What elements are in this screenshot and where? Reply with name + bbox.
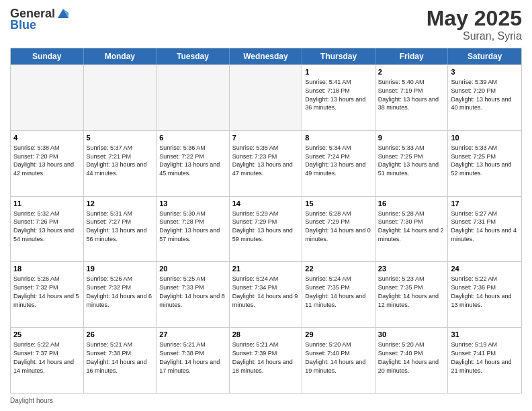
title-block: May 2025 Suran, Syria (427, 7, 522, 42)
day-number: 1 (305, 67, 372, 77)
table-row: 14Sunrise: 5:29 AMSunset: 7:29 PMDayligh… (230, 197, 303, 262)
table-row: 30Sunrise: 5:20 AMSunset: 7:40 PMDayligh… (375, 328, 449, 393)
table-row: 29Sunrise: 5:20 AMSunset: 7:40 PMDayligh… (302, 328, 375, 393)
day-number: 3 (451, 67, 519, 77)
title-location: Suran, Syria (427, 30, 522, 42)
header-tuesday: Tuesday (157, 48, 230, 64)
day-number: 22 (305, 264, 372, 274)
header-friday: Friday (375, 48, 449, 64)
table-row: 26Sunrise: 5:21 AMSunset: 7:38 PMDayligh… (84, 328, 157, 393)
day-number: 20 (159, 264, 226, 274)
cell-info: Sunrise: 5:26 AMSunset: 7:32 PMDaylight:… (13, 275, 79, 308)
day-number: 21 (232, 264, 300, 274)
table-row: 22Sunrise: 5:24 AMSunset: 7:35 PMDayligh… (302, 262, 375, 327)
cell-info: Sunrise: 5:38 AMSunset: 7:20 PMDaylight:… (13, 144, 74, 177)
day-number: 23 (378, 264, 445, 274)
table-row: 28Sunrise: 5:21 AMSunset: 7:39 PMDayligh… (230, 328, 303, 393)
week-row-1: 1Sunrise: 5:41 AMSunset: 7:18 PMDaylight… (11, 64, 521, 130)
table-row: 24Sunrise: 5:22 AMSunset: 7:36 PMDayligh… (448, 262, 521, 327)
day-number: 24 (451, 264, 519, 274)
day-number: 30 (378, 330, 445, 340)
cell-info: Sunrise: 5:36 AMSunset: 7:22 PMDaylight:… (159, 144, 220, 177)
cell-info: Sunrise: 5:32 AMSunset: 7:26 PMDaylight:… (13, 210, 74, 242)
cell-info: Sunrise: 5:21 AMSunset: 7:39 PMDaylight:… (232, 341, 293, 373)
header: General Blue May 2025 Suran, Syria (10, 7, 522, 42)
cell-info: Sunrise: 5:20 AMSunset: 7:40 PMDaylight:… (305, 341, 365, 373)
table-row: 8Sunrise: 5:34 AMSunset: 7:24 PMDaylight… (302, 131, 375, 196)
table-row: 2Sunrise: 5:40 AMSunset: 7:19 PMDaylight… (375, 65, 449, 130)
day-number: 8 (305, 133, 372, 143)
cell-info: Sunrise: 5:33 AMSunset: 7:25 PMDaylight:… (378, 144, 439, 177)
cell-info: Sunrise: 5:22 AMSunset: 7:37 PMDaylight:… (13, 341, 74, 373)
calendar-header: Sunday Monday Tuesday Wednesday Thursday… (11, 48, 521, 64)
table-row: 9Sunrise: 5:33 AMSunset: 7:25 PMDaylight… (375, 131, 449, 196)
day-number: 12 (87, 199, 154, 209)
day-number: 6 (159, 133, 226, 143)
cell-info: Sunrise: 5:31 AMSunset: 7:27 PMDaylight:… (87, 210, 147, 242)
header-saturday: Saturday (448, 48, 521, 64)
day-number: 10 (451, 133, 519, 143)
header-thursday: Thursday (302, 48, 375, 64)
cell-info: Sunrise: 5:39 AMSunset: 7:20 PMDaylight:… (451, 79, 511, 111)
table-row: 5Sunrise: 5:37 AMSunset: 7:21 PMDaylight… (84, 131, 157, 196)
table-row: 17Sunrise: 5:27 AMSunset: 7:31 PMDayligh… (448, 197, 521, 262)
cell-info: Sunrise: 5:27 AMSunset: 7:31 PMDaylight:… (451, 210, 517, 242)
day-number: 17 (451, 199, 519, 209)
footer: Daylight hours (10, 397, 522, 404)
table-row: 7Sunrise: 5:35 AMSunset: 7:23 PMDaylight… (230, 131, 303, 196)
cell-info: Sunrise: 5:30 AMSunset: 7:28 PMDaylight:… (159, 210, 220, 242)
day-number: 31 (451, 330, 519, 340)
table-row (230, 65, 303, 130)
day-number: 29 (305, 330, 372, 340)
table-row: 23Sunrise: 5:23 AMSunset: 7:35 PMDayligh… (375, 262, 449, 327)
calendar: Sunday Monday Tuesday Wednesday Thursday… (10, 48, 522, 394)
day-number: 18 (13, 264, 81, 274)
day-number: 4 (13, 133, 81, 143)
cell-info: Sunrise: 5:24 AMSunset: 7:35 PMDaylight:… (305, 275, 365, 308)
day-number: 9 (378, 133, 445, 143)
cell-info: Sunrise: 5:28 AMSunset: 7:30 PMDaylight:… (378, 210, 444, 242)
table-row: 21Sunrise: 5:24 AMSunset: 7:34 PMDayligh… (230, 262, 303, 327)
logo-icon (56, 6, 70, 19)
table-row: 12Sunrise: 5:31 AMSunset: 7:27 PMDayligh… (84, 197, 157, 262)
cell-info: Sunrise: 5:22 AMSunset: 7:36 PMDaylight:… (451, 275, 511, 308)
table-row: 13Sunrise: 5:30 AMSunset: 7:28 PMDayligh… (157, 197, 230, 262)
cell-info: Sunrise: 5:34 AMSunset: 7:24 PMDaylight:… (305, 144, 365, 177)
table-row: 4Sunrise: 5:38 AMSunset: 7:20 PMDaylight… (11, 131, 84, 196)
logo: General Blue (10, 7, 70, 32)
table-row: 25Sunrise: 5:22 AMSunset: 7:37 PMDayligh… (11, 328, 84, 393)
table-row: 20Sunrise: 5:25 AMSunset: 7:33 PMDayligh… (157, 262, 230, 327)
table-row: 19Sunrise: 5:26 AMSunset: 7:32 PMDayligh… (84, 262, 157, 327)
cell-info: Sunrise: 5:40 AMSunset: 7:19 PMDaylight:… (378, 79, 439, 111)
day-number: 15 (305, 199, 372, 209)
table-row: 11Sunrise: 5:32 AMSunset: 7:26 PMDayligh… (11, 197, 84, 262)
table-row (84, 65, 157, 130)
header-monday: Monday (84, 48, 157, 64)
cell-info: Sunrise: 5:23 AMSunset: 7:35 PMDaylight:… (378, 275, 439, 308)
table-row: 15Sunrise: 5:28 AMSunset: 7:29 PMDayligh… (302, 197, 375, 262)
table-row: 27Sunrise: 5:21 AMSunset: 7:38 PMDayligh… (157, 328, 230, 393)
cell-info: Sunrise: 5:33 AMSunset: 7:25 PMDaylight:… (451, 144, 511, 177)
page: General Blue May 2025 Suran, Syria Sunda… (0, 0, 532, 411)
cell-info: Sunrise: 5:26 AMSunset: 7:32 PMDaylight:… (87, 275, 152, 308)
week-row-2: 4Sunrise: 5:38 AMSunset: 7:20 PMDaylight… (11, 130, 521, 196)
cell-info: Sunrise: 5:19 AMSunset: 7:41 PMDaylight:… (451, 341, 511, 373)
day-number: 25 (13, 330, 81, 340)
cell-info: Sunrise: 5:21 AMSunset: 7:38 PMDaylight:… (87, 341, 147, 373)
cell-info: Sunrise: 5:28 AMSunset: 7:29 PMDaylight:… (305, 210, 371, 242)
day-number: 28 (232, 330, 300, 340)
week-row-3: 11Sunrise: 5:32 AMSunset: 7:26 PMDayligh… (11, 196, 521, 262)
table-row (157, 65, 230, 130)
cell-info: Sunrise: 5:35 AMSunset: 7:23 PMDaylight:… (232, 144, 293, 177)
cell-info: Sunrise: 5:37 AMSunset: 7:21 PMDaylight:… (87, 144, 147, 177)
day-number: 14 (232, 199, 300, 209)
day-number: 7 (232, 133, 300, 143)
day-number: 19 (87, 264, 154, 274)
day-number: 5 (87, 133, 154, 143)
table-row: 10Sunrise: 5:33 AMSunset: 7:25 PMDayligh… (448, 131, 521, 196)
calendar-body: 1Sunrise: 5:41 AMSunset: 7:18 PMDaylight… (11, 64, 521, 393)
header-sunday: Sunday (11, 48, 84, 64)
logo-blue-text: Blue (10, 18, 36, 32)
day-number: 16 (378, 199, 445, 209)
table-row: 3Sunrise: 5:39 AMSunset: 7:20 PMDaylight… (448, 65, 521, 130)
